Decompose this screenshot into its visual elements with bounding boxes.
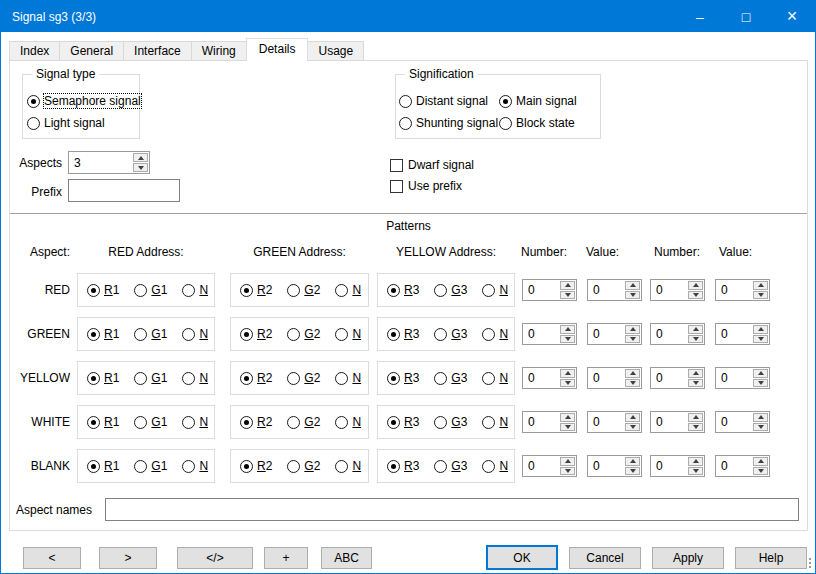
pattern-spinner-green-1[interactable]: 0 — [522, 323, 577, 345]
spin-down-button[interactable] — [625, 335, 640, 344]
spin-down-button[interactable] — [560, 335, 575, 344]
spin-down-button[interactable] — [625, 379, 640, 388]
pattern-spinner-blank-4[interactable]: 0 — [715, 455, 770, 477]
pattern-spinner-blank-2[interactable]: 0 — [587, 455, 642, 477]
radio-main-signal[interactable]: Main signal — [499, 93, 577, 109]
spin-down-button[interactable] — [688, 423, 703, 432]
spin-up-button[interactable] — [560, 413, 575, 422]
spin-up-button[interactable] — [625, 325, 640, 334]
footer-button-item[interactable]: + — [264, 547, 308, 569]
tab-details[interactable]: Details — [246, 38, 309, 61]
radio-n[interactable]: N — [335, 370, 361, 386]
radio-r3[interactable]: R3 — [387, 458, 419, 474]
spin-up-button[interactable] — [625, 281, 640, 290]
tab-interface[interactable]: Interface — [123, 41, 192, 61]
use-prefix-checkbox[interactable]: Use prefix — [390, 178, 462, 194]
radio-light-signal[interactable]: Light signal — [27, 115, 105, 131]
apply-button[interactable]: Apply — [652, 547, 724, 569]
radio-g1[interactable]: G1 — [134, 370, 167, 386]
spin-up-button[interactable] — [560, 457, 575, 466]
spin-up-button[interactable] — [560, 369, 575, 378]
pattern-spinner-yellow-1[interactable]: 0 — [522, 367, 577, 389]
radio-n[interactable]: N — [482, 414, 508, 430]
radio-g3[interactable]: G3 — [434, 458, 467, 474]
radio-semaphore-signal[interactable]: Semaphore signal — [27, 93, 141, 109]
spin-up-button[interactable] — [688, 281, 703, 290]
spin-down-button[interactable] — [753, 379, 768, 388]
spin-up-button[interactable] — [688, 325, 703, 334]
spin-up-button[interactable] — [688, 369, 703, 378]
pattern-spinner-white-3[interactable]: 0 — [650, 411, 705, 433]
radio-n[interactable]: N — [482, 326, 508, 342]
radio-g2[interactable]: G2 — [287, 282, 320, 298]
radio-n[interactable]: N — [335, 414, 361, 430]
aspects-spinner[interactable]: 3 — [68, 151, 150, 174]
spin-down-button[interactable] — [625, 291, 640, 300]
radio-r2[interactable]: R2 — [240, 458, 272, 474]
radio-n[interactable]: N — [482, 370, 508, 386]
radio-g1[interactable]: G1 — [134, 282, 167, 298]
pattern-spinner-green-2[interactable]: 0 — [587, 323, 642, 345]
spin-down-button[interactable] — [753, 423, 768, 432]
maximize-icon[interactable]: □ — [723, 1, 769, 32]
spin-down-button[interactable] — [133, 163, 148, 172]
spin-down-button[interactable] — [688, 467, 703, 476]
radio-n[interactable]: N — [335, 282, 361, 298]
radio-r2[interactable]: R2 — [240, 414, 272, 430]
aspect-names-input[interactable] — [105, 498, 799, 521]
radio-distant-signal[interactable]: Distant signal — [399, 93, 488, 109]
pattern-spinner-red-3[interactable]: 0 — [650, 279, 705, 301]
radio-g3[interactable]: G3 — [434, 326, 467, 342]
spin-up-button[interactable] — [753, 325, 768, 334]
spin-up-button[interactable] — [753, 369, 768, 378]
radio-g3[interactable]: G3 — [434, 282, 467, 298]
tab-usage[interactable]: Usage — [307, 41, 364, 61]
pattern-spinner-white-4[interactable]: 0 — [715, 411, 770, 433]
radio-g1[interactable]: G1 — [134, 458, 167, 474]
radio-r2[interactable]: R2 — [240, 326, 272, 342]
spin-down-button[interactable] — [560, 379, 575, 388]
help-button[interactable]: Help — [735, 547, 807, 569]
radio-n[interactable]: N — [482, 282, 508, 298]
dwarf-signal-checkbox[interactable]: Dwarf signal — [390, 157, 474, 173]
spin-up-button[interactable] — [753, 457, 768, 466]
spin-down-button[interactable] — [625, 467, 640, 476]
radio-r3[interactable]: R3 — [387, 414, 419, 430]
pattern-spinner-yellow-4[interactable]: 0 — [715, 367, 770, 389]
spin-down-button[interactable] — [688, 379, 703, 388]
spin-up-button[interactable] — [753, 281, 768, 290]
spin-down-button[interactable] — [560, 291, 575, 300]
spin-up-button[interactable] — [560, 325, 575, 334]
spin-up-button[interactable] — [753, 413, 768, 422]
spin-down-button[interactable] — [753, 335, 768, 344]
ok-button[interactable]: OK — [486, 545, 558, 570]
tab-wiring[interactable]: Wiring — [191, 41, 247, 61]
radio-r3[interactable]: R3 — [387, 282, 419, 298]
pattern-spinner-yellow-3[interactable]: 0 — [650, 367, 705, 389]
radio-block-state[interactable]: Block state — [499, 115, 575, 131]
spin-down-button[interactable] — [625, 423, 640, 432]
pattern-spinner-green-3[interactable]: 0 — [650, 323, 705, 345]
spin-up-button[interactable] — [688, 413, 703, 422]
radio-g3[interactable]: G3 — [434, 414, 467, 430]
pattern-spinner-blank-1[interactable]: 0 — [522, 455, 577, 477]
radio-r1[interactable]: R1 — [87, 458, 119, 474]
radio-r1[interactable]: R1 — [87, 282, 119, 298]
radio-r2[interactable]: R2 — [240, 370, 272, 386]
radio-r1[interactable]: R1 — [87, 414, 119, 430]
radio-g2[interactable]: G2 — [287, 370, 320, 386]
prefix-input[interactable] — [68, 179, 180, 202]
radio-r1[interactable]: R1 — [87, 326, 119, 342]
radio-n[interactable]: N — [182, 282, 208, 298]
radio-n[interactable]: N — [482, 458, 508, 474]
pattern-spinner-red-1[interactable]: 0 — [522, 279, 577, 301]
radio-n[interactable]: N — [182, 458, 208, 474]
pattern-spinner-blank-3[interactable]: 0 — [650, 455, 705, 477]
spin-down-button[interactable] — [688, 335, 703, 344]
pattern-spinner-white-2[interactable]: 0 — [587, 411, 642, 433]
spin-down-button[interactable] — [753, 467, 768, 476]
cancel-button[interactable]: Cancel — [569, 547, 641, 569]
radio-g2[interactable]: G2 — [287, 458, 320, 474]
radio-g2[interactable]: G2 — [287, 414, 320, 430]
tab-general[interactable]: General — [59, 41, 124, 61]
